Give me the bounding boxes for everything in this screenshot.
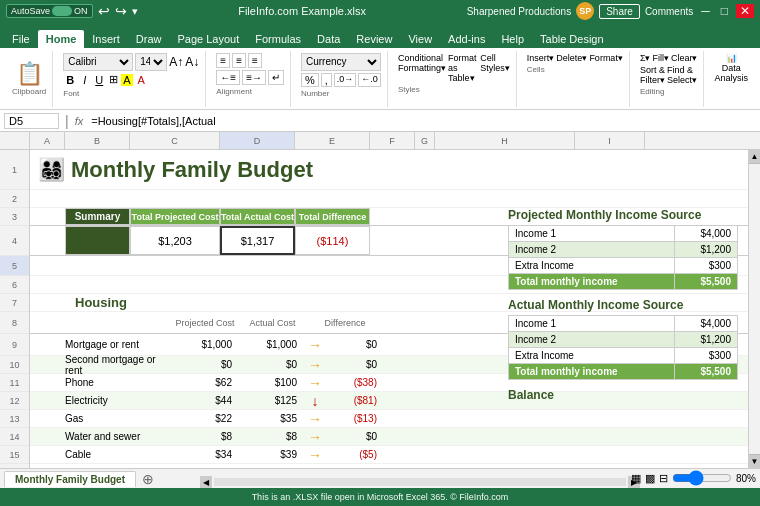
housing-item-4-actual[interactable]: $125 xyxy=(240,395,305,406)
housing-item-6-projected[interactable]: $8 xyxy=(170,431,240,442)
housing-item-5-diff[interactable]: ($13) xyxy=(325,413,385,424)
col-header-c[interactable]: C xyxy=(130,132,220,149)
housing-item-1-diff[interactable]: $0 xyxy=(325,339,385,350)
tab-file[interactable]: File xyxy=(4,30,38,48)
delete-cells-button[interactable]: Delete▾ xyxy=(556,53,587,63)
housing-item-7-actual[interactable]: $39 xyxy=(240,449,305,460)
tab-insert[interactable]: Insert xyxy=(84,30,128,48)
housing-item-3-diff[interactable]: ($38) xyxy=(325,377,385,388)
increase-font-icon[interactable]: A↑ xyxy=(169,55,183,69)
comments-button[interactable]: Comments xyxy=(645,6,693,17)
zoom-slider[interactable] xyxy=(672,473,732,483)
proj-val-2[interactable]: $1,200 xyxy=(675,242,738,258)
housing-item-3-actual[interactable]: $100 xyxy=(240,377,305,388)
housing-item-1-label[interactable]: Mortgage or rent xyxy=(65,339,170,350)
proj-total-val[interactable]: $5,500 xyxy=(675,274,738,290)
underline-button[interactable]: U xyxy=(92,73,106,87)
col-header-i[interactable]: I xyxy=(575,132,645,149)
act-total-label[interactable]: Total monthly income xyxy=(509,364,675,380)
proj-total-label[interactable]: Total monthly income xyxy=(509,274,675,290)
housing-item-2-label[interactable]: Second mortgage or rent xyxy=(65,354,170,376)
proj-label-1[interactable]: Income 1 xyxy=(509,226,675,242)
col-header-e[interactable]: E xyxy=(295,132,370,149)
summary-val2[interactable]: $1,317 xyxy=(220,226,295,255)
scroll-track[interactable] xyxy=(749,164,760,454)
font-color-icon[interactable]: A xyxy=(136,74,147,86)
add-sheet-button[interactable]: ⊕ xyxy=(136,469,160,489)
scroll-up-arrow[interactable]: ▲ xyxy=(749,150,760,164)
tab-home[interactable]: Home xyxy=(38,30,85,48)
data-analysis-button[interactable]: 📊DataAnalysis xyxy=(714,53,748,83)
act-total-val[interactable]: $5,500 xyxy=(675,364,738,380)
act-label-2[interactable]: Income 2 xyxy=(509,332,675,348)
tab-addins[interactable]: Add-ins xyxy=(440,30,493,48)
act-val-1[interactable]: $4,000 xyxy=(675,316,738,332)
share-button[interactable]: Share xyxy=(599,4,640,19)
avatar[interactable]: SP xyxy=(576,2,594,20)
format-as-table-button[interactable]: Format asTable▾ xyxy=(448,53,478,83)
indent-right-icon[interactable]: ≡→ xyxy=(242,70,266,85)
housing-item-4-diff[interactable]: ($81) xyxy=(325,395,385,406)
page-layout-view-icon[interactable]: ▩ xyxy=(645,472,655,485)
scroll-down-arrow[interactable]: ▼ xyxy=(749,454,760,468)
housing-item-2-projected[interactable]: $0 xyxy=(170,359,240,370)
horizontal-scrollbar[interactable]: ◀ ▶ xyxy=(200,476,640,488)
col-header-d[interactable]: D xyxy=(220,132,295,149)
proj-label-2[interactable]: Income 2 xyxy=(509,242,675,258)
act-label-3[interactable]: Extra Income xyxy=(509,348,675,364)
undo-icon[interactable]: ↩ xyxy=(98,3,110,19)
close-button[interactable]: ✕ xyxy=(736,4,754,18)
housing-item-1-actual[interactable]: $1,000 xyxy=(240,339,305,350)
tab-help[interactable]: Help xyxy=(493,30,532,48)
formula-input[interactable] xyxy=(87,114,756,128)
percent-icon[interactable]: % xyxy=(301,73,319,87)
housing-item-5-actual[interactable]: $35 xyxy=(240,413,305,424)
page-break-view-icon[interactable]: ⊟ xyxy=(659,472,668,485)
indent-left-icon[interactable]: ←≡ xyxy=(216,70,240,85)
tab-view[interactable]: View xyxy=(400,30,440,48)
housing-item-4-projected[interactable]: $44 xyxy=(170,395,240,406)
sort-filter-button[interactable]: Sort &Filter▾ xyxy=(640,65,665,85)
clear-button[interactable]: Clear▾ xyxy=(671,53,698,63)
housing-item-2-diff[interactable]: $0 xyxy=(325,359,385,370)
align-right-icon[interactable]: ≡ xyxy=(248,53,262,68)
tab-draw[interactable]: Draw xyxy=(128,30,170,48)
find-select-button[interactable]: Find &Select▾ xyxy=(667,65,697,85)
housing-item-3-projected[interactable]: $62 xyxy=(170,377,240,388)
wrap-text-icon[interactable]: ↵ xyxy=(268,70,284,85)
sheet-tab-budget[interactable]: Monthly Family Budget xyxy=(4,471,136,487)
cell-b4[interactable] xyxy=(65,226,130,255)
fill-button[interactable]: Fill▾ xyxy=(652,53,669,63)
cell-a4[interactable] xyxy=(30,226,65,255)
proj-val-3[interactable]: $300 xyxy=(675,258,738,274)
font-size-select[interactable]: 14 xyxy=(135,53,167,71)
align-center-icon[interactable]: ≡ xyxy=(232,53,246,68)
border-icon[interactable]: ⊞ xyxy=(109,73,118,86)
housing-item-2-actual[interactable]: $0 xyxy=(240,359,305,370)
tab-review[interactable]: Review xyxy=(348,30,400,48)
act-label-1[interactable]: Income 1 xyxy=(509,316,675,332)
comma-icon[interactable]: , xyxy=(321,73,332,87)
format-cells-button[interactable]: Format▾ xyxy=(589,53,623,63)
housing-item-3-label[interactable]: Phone xyxy=(65,377,170,388)
increase-decimal-icon[interactable]: .0→ xyxy=(334,73,357,87)
summary-val1[interactable]: $1,203 xyxy=(130,226,220,255)
decrease-font-icon[interactable]: A↓ xyxy=(185,55,199,69)
summary-label[interactable]: Summary xyxy=(65,208,130,225)
decrease-decimal-icon[interactable]: ←.0 xyxy=(358,73,381,87)
autosave-toggle[interactable] xyxy=(52,6,72,16)
housing-item-6-actual[interactable]: $8 xyxy=(240,431,305,442)
insert-cells-button[interactable]: Insert▾ xyxy=(527,53,555,63)
cell-a3[interactable] xyxy=(30,208,65,225)
housing-item-5-projected[interactable]: $22 xyxy=(170,413,240,424)
highlight-icon[interactable]: A xyxy=(121,74,132,86)
tab-table-design[interactable]: Table Design xyxy=(532,30,612,48)
restore-button[interactable]: □ xyxy=(718,4,731,18)
proj-label-3[interactable]: Extra Income xyxy=(509,258,675,274)
col-header-a[interactable]: A xyxy=(30,132,65,149)
redo-icon[interactable]: ↪ xyxy=(115,3,127,19)
align-left-icon[interactable]: ≡ xyxy=(216,53,230,68)
housing-item-6-label[interactable]: Water and sewer xyxy=(65,431,170,442)
minimize-button[interactable]: ─ xyxy=(698,4,713,18)
housing-item-7-projected[interactable]: $34 xyxy=(170,449,240,460)
